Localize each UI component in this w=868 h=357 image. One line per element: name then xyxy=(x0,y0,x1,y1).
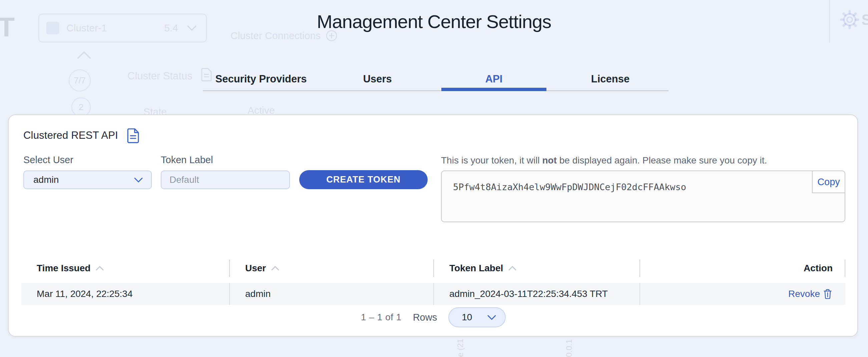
cluster-status-heading: Cluster Status xyxy=(127,70,192,82)
chevron-up-icon xyxy=(96,266,104,271)
column-header-token-label[interactable]: Token Label xyxy=(433,260,640,277)
select-user-label: Select User xyxy=(23,154,152,166)
tokens-table: Time Issued User Token Label xyxy=(21,260,845,305)
column-label: Token Label xyxy=(450,263,503,274)
column-header-action: Action xyxy=(640,260,845,277)
api-panel: Clustered REST API Select User admin Tok… xyxy=(8,114,858,337)
chevron-up-icon xyxy=(271,266,279,271)
chart-axis-label: 0.0.1 xyxy=(564,338,574,357)
page-title: Management Center Settings xyxy=(0,11,868,32)
revoke-link[interactable]: Revoke xyxy=(788,289,820,299)
document-icon[interactable] xyxy=(127,128,140,143)
token-label-input[interactable] xyxy=(161,171,290,189)
chevron-up-icon xyxy=(77,51,91,59)
cell-user: admin xyxy=(229,283,433,305)
tab-bar: Security Providers Users API License xyxy=(203,68,669,91)
column-label: User xyxy=(245,263,266,274)
copy-button[interactable]: Copy xyxy=(812,171,845,193)
notice-text: be displayed again. Please make sure you… xyxy=(557,155,767,166)
table-row: Mar 11, 2024, 22:25:34 admin admin_2024-… xyxy=(21,283,845,305)
token-label-field: Token Label xyxy=(161,154,290,189)
members-badge: 7/7 xyxy=(69,69,91,91)
token-label-label: Token Label xyxy=(161,154,290,166)
token-notice: This is your token, it will not be displ… xyxy=(441,155,845,166)
create-token-button[interactable]: CREATE TOKEN xyxy=(299,170,428,189)
chevron-up-icon xyxy=(508,266,517,271)
tab-api[interactable]: API xyxy=(436,68,552,90)
token-value: 5Pfw4t8AizaXh4elw9WwFpDWJDNCejF02dcFFAAk… xyxy=(453,182,686,192)
cell-action: Revoke xyxy=(640,283,845,305)
rows-per-page-select[interactable]: 10 xyxy=(448,307,506,327)
notice-text: This is your token, it will xyxy=(441,155,542,166)
column-header-time-issued[interactable]: Time Issued xyxy=(21,260,229,277)
chart-axis-label: e (21 xyxy=(456,338,465,357)
clients-badge: 2 xyxy=(71,97,91,117)
token-display-box: 5Pfw4t8AizaXh4elw9WwFpDWJDNCejF02dcFFAAk… xyxy=(441,171,845,222)
column-label: Time Issued xyxy=(37,263,90,274)
tab-users[interactable]: Users xyxy=(319,68,436,90)
panel-heading: Clustered REST API xyxy=(23,128,140,143)
panel-title: Clustered REST API xyxy=(23,129,118,142)
tab-security-providers[interactable]: Security Providers xyxy=(203,68,319,90)
rows-per-page-value: 10 xyxy=(462,312,472,323)
pagination-range: 1 – 1 of 1 xyxy=(361,312,402,323)
select-user-value: admin xyxy=(33,175,59,185)
table-header: Time Issued User Token Label xyxy=(21,260,845,277)
column-header-user[interactable]: User xyxy=(229,260,433,277)
cell-token-label: admin_2024-03-11T22:25:34.453 TRT xyxy=(433,283,640,305)
column-label: Action xyxy=(804,263,833,274)
token-result-area: This is your token, it will not be displ… xyxy=(441,155,845,222)
chevron-down-icon xyxy=(487,315,496,320)
pagination: 1 – 1 of 1 Rows 10 xyxy=(21,306,845,328)
notice-bold: not xyxy=(542,155,557,166)
management-center-settings-screen: T Cluster-1 5.4 Cluster Connections 7/7 … xyxy=(0,0,868,357)
trash-icon[interactable] xyxy=(823,289,832,299)
chevron-down-icon xyxy=(134,177,143,183)
select-user-dropdown[interactable]: admin xyxy=(23,171,152,189)
rows-per-page-label: Rows xyxy=(413,312,437,323)
select-user-field: Select User admin xyxy=(23,154,152,189)
tab-license[interactable]: License xyxy=(552,68,669,90)
cell-time-issued: Mar 11, 2024, 22:25:34 xyxy=(21,283,229,305)
